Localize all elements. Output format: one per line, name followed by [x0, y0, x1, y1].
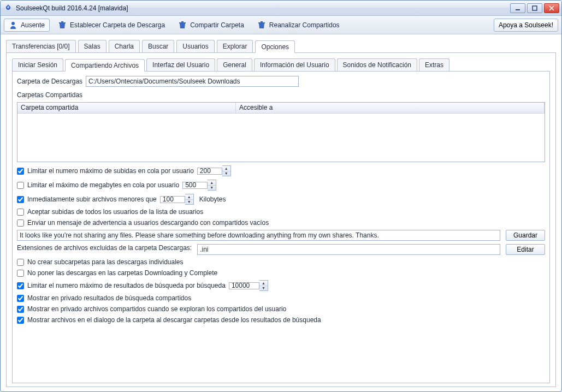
shared-folders-header: Carpeta compartida Accesible a [17, 103, 545, 114]
private-search-results-row: Mostrar en privado resultados de búsqued… [17, 294, 545, 302]
options-subtabs: Iniciar Sesión Compartiendo Archivos Int… [12, 58, 550, 72]
tab-search[interactable]: Buscar [142, 40, 174, 52]
trash-icon [58, 21, 67, 29]
spinner-arrows[interactable]: ▲▼ [259, 280, 268, 291]
no-subfolders-checkbox[interactable] [17, 259, 24, 266]
close-button[interactable] [544, 3, 559, 13]
accept-all-users-row: Aceptar subidas de todos los usuarios de… [17, 208, 545, 216]
shared-folders-list[interactable]: Carpeta compartida Accesible a [17, 102, 545, 162]
edit-button[interactable]: Editar [506, 244, 545, 255]
private-search-results-checkbox[interactable] [17, 295, 24, 302]
tab-search-label: Buscar [148, 43, 168, 50]
limit-search-results-label: Limitar el numero máximo de resultados d… [27, 282, 226, 289]
tab-users-label: Usuarios [182, 43, 208, 50]
save-button-label: Guardar [513, 231, 537, 239]
col-accessible-to[interactable]: Accesible a [236, 103, 545, 113]
rescan-shares-button[interactable]: Reanalizar Compartidos [252, 19, 345, 32]
no-downloading-complete-checkbox[interactable] [17, 270, 24, 277]
excluded-extensions-input[interactable] [197, 244, 500, 255]
show-files-dialog-row: Mostrar archivos en el dialogo de la car… [17, 316, 545, 324]
subtab-file-sharing-label: Compartiendo Archivos [71, 62, 139, 69]
immediate-upload-value[interactable] [160, 196, 185, 203]
toolbar: Ausente Establecer Carpeta de Descarga C… [1, 16, 561, 34]
limit-mb-per-user-value[interactable] [182, 182, 208, 189]
svg-rect-0 [516, 9, 520, 10]
subtab-general[interactable]: General [217, 58, 252, 71]
away-label: Ausente [21, 21, 45, 29]
rescan-shares-label: Reanalizar Compartidos [269, 21, 340, 29]
subtab-sounds-label: Sonidos de Notificación [343, 61, 411, 69]
tab-chat[interactable]: Charla [109, 40, 140, 52]
set-download-folder-button[interactable]: Establecer Carpeta de Descarga [53, 19, 170, 32]
limit-mb-per-user-spinner[interactable]: ▲▼ [182, 180, 216, 191]
set-download-folder-label: Establecer Carpeta de Descarga [70, 21, 165, 29]
tab-browse-label: Explorar [223, 43, 247, 50]
immediate-upload-row: Inmediatamente subir archivos menores qu… [17, 194, 545, 205]
limit-uploads-per-user-spinner[interactable]: ▲▼ [197, 165, 231, 176]
subtab-user-info[interactable]: Información del Usuario [254, 58, 335, 71]
private-search-results-label: Mostrar en privado resultados de búsqued… [27, 294, 191, 302]
svg-rect-7 [258, 22, 265, 23]
limit-uploads-per-user-label: Limitar el numero máximo de subidas en c… [27, 167, 194, 175]
limit-uploads-per-user-value[interactable] [197, 168, 222, 175]
tab-transfers[interactable]: Transferencias [0/0] [6, 40, 76, 52]
limit-mb-per-user-row: Limitar el máximo de megabytes en cola p… [17, 180, 545, 191]
subtab-sounds[interactable]: Sonidos de Notificación [337, 58, 417, 71]
options-pane: Iniciar Sesión Compartiendo Archivos Int… [6, 53, 556, 387]
svg-rect-6 [181, 21, 184, 22]
col-shared-folder[interactable]: Carpeta compartida [17, 103, 236, 113]
private-browse-shares-row: Mostrar en privado archivos compartidos … [17, 305, 545, 313]
subtab-extras[interactable]: Extras [419, 58, 449, 71]
show-files-dialog-label: Mostrar archivos en el dialogo de la car… [27, 316, 321, 324]
limit-uploads-per-user-checkbox[interactable] [17, 168, 24, 175]
tab-rooms-label: Salas [84, 43, 100, 50]
tab-options[interactable]: Opciones [255, 40, 295, 53]
save-button[interactable]: Guardar [506, 230, 545, 241]
minimize-button[interactable] [510, 3, 525, 13]
file-sharing-panel: Carpeta de Descargas Carpetas Compartida… [12, 72, 550, 383]
subtab-extras-label: Extras [425, 61, 443, 69]
away-button[interactable]: Ausente [4, 19, 50, 32]
spinner-arrows[interactable]: ▲▼ [222, 165, 231, 176]
download-folder-row: Carpeta de Descargas [17, 76, 545, 87]
spinner-arrows[interactable]: ▲▼ [185, 194, 194, 205]
immediate-upload-spinner[interactable]: ▲▼ [160, 194, 194, 205]
subtab-login-label: Iniciar Sesión [18, 61, 57, 69]
subtab-login[interactable]: Iniciar Sesión [12, 58, 63, 71]
tab-rooms[interactable]: Salas [78, 40, 107, 52]
excluded-extensions-label: Extensiones de archivos excluidas de la … [17, 244, 192, 255]
svg-rect-3 [59, 22, 66, 23]
accept-all-users-label: Aceptar subidas de todos los usuarios de… [27, 208, 203, 216]
no-downloading-complete-label: No poner las descargas en las carpetas D… [27, 269, 217, 277]
subtab-file-sharing[interactable]: Compartiendo Archivos [65, 59, 145, 72]
warn-message-input[interactable] [17, 230, 500, 241]
immediate-upload-label: Inmediatamente subir archivos menores qu… [27, 195, 157, 203]
limit-search-results-value[interactable] [229, 282, 259, 289]
spinner-arrows[interactable]: ▲▼ [208, 180, 216, 191]
limit-mb-per-user-label: Limitar el máximo de megabytes en cola p… [27, 181, 179, 189]
share-folder-button[interactable]: Compartir Carpeta [173, 19, 249, 32]
excluded-extensions-row: Extensiones de archivos excluidas de la … [17, 244, 545, 255]
subtab-ui[interactable]: Interfaz del Usuario [146, 58, 215, 71]
support-soulseek-button[interactable]: Apoya a Soulseek! [494, 19, 558, 32]
window-controls [510, 3, 561, 13]
content-area: Transferencias [0/0] Salas Charla Buscar… [1, 34, 561, 391]
private-browse-shares-checkbox[interactable] [17, 306, 24, 313]
trash-icon [178, 21, 187, 29]
immediate-upload-checkbox[interactable] [17, 196, 24, 203]
accept-all-users-checkbox[interactable] [17, 209, 24, 216]
limit-mb-per-user-checkbox[interactable] [17, 182, 24, 189]
limit-search-results-checkbox[interactable] [17, 282, 24, 289]
trash-icon [257, 21, 266, 29]
show-files-dialog-checkbox[interactable] [17, 317, 24, 324]
no-downloading-complete-row: No poner las descargas en las carpetas D… [17, 269, 545, 277]
warn-empty-shares-checkbox[interactable] [17, 219, 24, 227]
tab-browse[interactable]: Explorar [217, 40, 253, 52]
limit-search-results-spinner[interactable]: ▲▼ [229, 280, 268, 291]
maximize-button[interactable] [527, 3, 542, 13]
main-tabs: Transferencias [0/0] Salas Charla Buscar… [6, 40, 556, 53]
titlebar: SoulseekQt build 2016.4.24 [malavida] [1, 1, 561, 16]
support-soulseek-label: Apoya a Soulseek! [499, 21, 553, 29]
download-folder-input[interactable] [86, 76, 299, 87]
tab-users[interactable]: Usuarios [176, 40, 214, 52]
